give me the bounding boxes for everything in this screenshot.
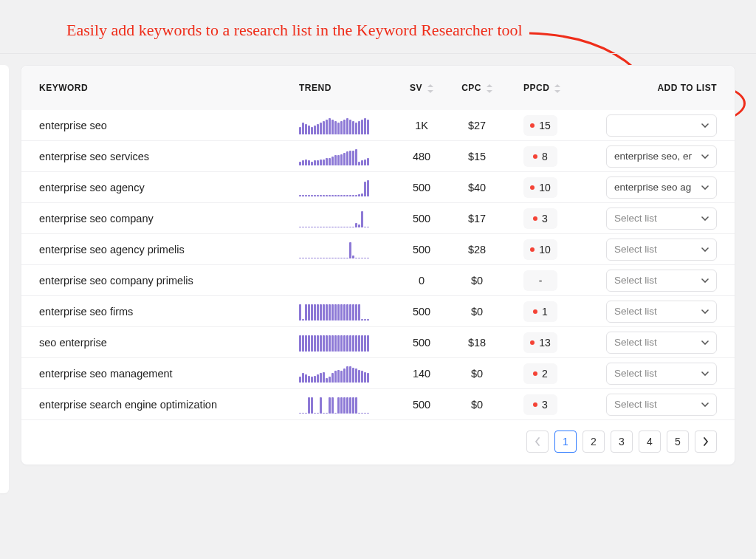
cpc-cell: $0	[448, 306, 506, 318]
select-label: Select list	[614, 244, 657, 255]
table-row: enterprise seo company primelis0$0-Selec…	[21, 265, 735, 296]
col-header-add-to-list: ADD TO LIST	[600, 83, 717, 93]
select-label: Select list	[614, 368, 657, 379]
ppcd-pill: 13	[523, 332, 557, 353]
top-divider	[0, 53, 756, 54]
select-label: Select list	[614, 306, 657, 317]
difficulty-dot-icon	[533, 216, 537, 221]
add-to-list-select[interactable]: Select list	[606, 332, 717, 354]
pager-page[interactable]: 2	[583, 431, 605, 453]
select-label: enterprise seo ag	[614, 182, 691, 193]
keyword-cell: enterprise search engine optimization	[39, 399, 299, 411]
keyword-table-card: KEYWORD TREND SV CPC PPCD ADD TO LIST en…	[21, 65, 735, 465]
ppcd-pill: 10	[523, 177, 557, 198]
ppcd-cell: 3	[506, 394, 580, 415]
add-to-list-select[interactable]: enterprise seo, er	[606, 145, 717, 168]
sv-cell: 500	[395, 244, 448, 256]
col-header-sv[interactable]: SV	[395, 83, 448, 93]
chevron-down-icon	[701, 371, 709, 376]
table-row: enterprise seo management140$02Select li…	[21, 358, 735, 389]
trend-cell	[299, 241, 395, 258]
ppcd-pill: 3	[523, 208, 557, 229]
add-to-list-select[interactable]: enterprise seo ag	[606, 176, 717, 199]
table-row: enterprise seo1K$2715	[21, 110, 735, 141]
table-body: enterprise seo1K$2715enterprise seo serv…	[21, 110, 735, 420]
trend-cell	[299, 303, 395, 320]
trend-sparkline	[299, 365, 373, 383]
difficulty-dot-icon	[533, 154, 537, 159]
trend-sparkline	[299, 117, 373, 134]
ppcd-pill: 10	[523, 239, 557, 260]
pager-prev[interactable]	[526, 431, 549, 453]
table-header: KEYWORD TREND SV CPC PPCD ADD TO LIST	[21, 66, 735, 110]
ppcd-cell: 13	[506, 332, 580, 353]
pager-next[interactable]	[695, 431, 717, 453]
add-to-list-select[interactable]: Select list	[606, 363, 717, 385]
cpc-cell: $0	[448, 275, 506, 287]
ppcd-cell: 1	[506, 301, 580, 322]
cpc-cell: $28	[448, 244, 506, 256]
trend-sparkline	[299, 334, 373, 351]
keyword-cell: enterprise seo agency	[39, 182, 299, 193]
ppcd-pill: 3	[523, 394, 557, 415]
pager-page[interactable]: 1	[554, 431, 577, 453]
chevron-down-icon	[701, 309, 709, 314]
ppcd-cell: 8	[506, 146, 580, 167]
annotation-callout: Easily add keywords to a research list i…	[66, 21, 523, 40]
chevron-down-icon	[701, 247, 709, 252]
col-header-keyword: KEYWORD	[39, 83, 299, 93]
table-row: enterprise search engine optimization500…	[21, 389, 735, 420]
sort-icon	[427, 84, 433, 93]
chevron-right-icon	[703, 437, 709, 446]
sv-cell: 480	[395, 151, 448, 162]
add-to-list-select[interactable]: Select list	[606, 208, 717, 230]
keyword-cell: enterprise seo company primelis	[39, 275, 299, 287]
select-label: enterprise seo, er	[614, 151, 692, 162]
select-label: Select list	[614, 399, 657, 410]
pager-page[interactable]: 5	[667, 431, 689, 453]
trend-sparkline	[299, 396, 373, 414]
ppcd-pill: 8	[523, 146, 557, 167]
trend-sparkline	[299, 179, 373, 196]
select-label: Select list	[614, 337, 657, 348]
col-header-cpc[interactable]: CPC	[448, 83, 506, 93]
trend-cell	[299, 272, 395, 289]
trend-cell	[299, 334, 395, 351]
table-row: enterprise seo firms500$01Select list	[21, 296, 735, 327]
table-row: seo enterprise500$1813Select list	[21, 327, 735, 358]
table-row: enterprise seo agency500$4010enterprise …	[21, 172, 735, 203]
add-to-list-select[interactable]: Select list	[606, 301, 717, 323]
chevron-down-icon	[701, 340, 709, 345]
add-to-list-select[interactable]: Select list	[606, 239, 717, 261]
cpc-cell: $15	[448, 151, 506, 162]
add-to-list-select[interactable]: Select list	[606, 270, 717, 292]
sv-cell: 500	[395, 213, 448, 224]
col-header-ppcd[interactable]: PPCD	[506, 83, 580, 93]
sv-cell: 500	[395, 306, 448, 318]
chevron-down-icon	[701, 278, 709, 283]
sv-cell: 140	[395, 368, 448, 380]
difficulty-dot-icon	[530, 340, 535, 345]
ppcd-pill: 2	[523, 363, 557, 384]
table-row: enterprise seo company500$173Select list	[21, 203, 735, 234]
add-to-list-select[interactable]: Select list	[606, 394, 717, 416]
cpc-cell: $0	[448, 399, 506, 411]
trend-cell	[299, 117, 395, 134]
table-row: enterprise seo agency primelis500$2810Se…	[21, 234, 735, 265]
keyword-cell: seo enterprise	[39, 337, 299, 349]
difficulty-dot-icon	[530, 185, 535, 190]
sv-cell: 500	[395, 399, 448, 411]
sv-cell: 500	[395, 337, 448, 349]
ppcd-cell: 2	[506, 363, 580, 384]
chevron-down-icon	[701, 402, 709, 407]
ppcd-cell: 10	[506, 239, 580, 260]
trend-cell	[299, 148, 395, 165]
pager-page[interactable]: 3	[611, 431, 633, 453]
left-panel-sliver	[0, 65, 9, 493]
pager-page[interactable]: 4	[639, 431, 661, 453]
trend-sparkline	[299, 303, 373, 320]
add-to-list-select[interactable]	[606, 114, 717, 137]
cpc-cell: $27	[448, 120, 506, 131]
chevron-left-icon	[535, 437, 540, 446]
keyword-cell: enterprise seo agency primelis	[39, 244, 299, 256]
